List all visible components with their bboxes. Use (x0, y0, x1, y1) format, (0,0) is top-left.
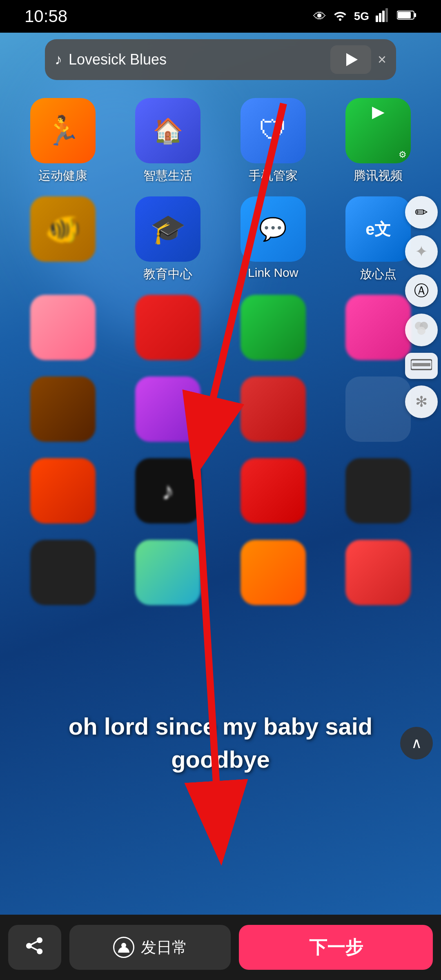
app-icon-redblur (345, 540, 411, 605)
app-icon-red (135, 295, 200, 360)
app-icon-red2 (241, 376, 306, 442)
app-item-person[interactable] (12, 540, 114, 609)
app-item-linknow[interactable]: 💬 Link Now (223, 196, 324, 283)
app-item-tencent[interactable]: ▶ ⚙ 腾讯视频 (328, 98, 429, 184)
music-play-button[interactable] (330, 45, 371, 74)
app-icon-orange (30, 458, 96, 523)
music-title: Lovesick Blues (69, 51, 330, 68)
app-item-redblur[interactable] (328, 540, 429, 609)
annotate-icon: Ⓐ (414, 281, 429, 301)
sun-icon: ✻ (415, 393, 428, 410)
lyrics-line2: goodbye (24, 743, 416, 776)
svg-rect-3 (385, 8, 388, 22)
app-icon-photo (135, 376, 200, 442)
app-item-manager[interactable]: 🛡 手机管家 (223, 98, 324, 184)
daily-avatar-icon (113, 937, 134, 958)
app-icon-smart: 🏠 (135, 98, 200, 163)
bottom-bar: 发日常 下一步 (0, 915, 441, 980)
app-icon-tiktok: ♪ (135, 458, 200, 523)
wifi-icon (333, 8, 347, 25)
app-item-smart[interactable]: 🏠 智慧生活 (118, 98, 219, 184)
right-toolbar: ✏ ✦ Ⓐ (405, 196, 438, 418)
share-button[interactable] (8, 925, 61, 970)
app-icon-tencent: ▶ ⚙ (345, 98, 411, 163)
next-label: 下一步 (309, 935, 363, 960)
home-background: ♪ Lovesick Blues × 🏃 运动健康 🏠 智慧生活 🛡 手机管家 … (0, 33, 441, 915)
app-label-trans: 放心点 (360, 266, 396, 283)
app-label-linknow: Link Now (248, 266, 298, 280)
svg-point-9 (417, 327, 425, 335)
daily-label: 发日常 (141, 937, 187, 958)
app-item-edu[interactable]: 🎓 教育中心 (118, 196, 219, 283)
write-icon: ✏ (415, 203, 428, 221)
app-item-tiktok2[interactable] (328, 458, 429, 528)
write-toolbar-button[interactable]: ✏ (405, 196, 438, 229)
app-item-sport[interactable]: 🏃 运动健康 (12, 98, 114, 184)
app-icon-game2 (30, 376, 96, 442)
app-grid: 🏃 运动健康 🏠 智慧生活 🛡 手机管家 ▶ ⚙ 腾讯视频 🐠 🎓 教育中心 (0, 90, 441, 617)
app-icon-manager: 🛡 (241, 98, 306, 163)
app-icon-tiktok2 (345, 458, 411, 523)
app-item-photo[interactable] (118, 376, 219, 446)
app-icon-blank1 (30, 295, 96, 360)
app-label-edu: 教育中心 (143, 266, 192, 283)
sparkle-icon: ✦ (415, 243, 428, 261)
card-toolbar-button[interactable] (405, 353, 438, 379)
eye-icon: 👁 (313, 9, 326, 24)
status-bar: 10:58 👁 5G (0, 0, 441, 33)
play-triangle-icon (346, 53, 358, 66)
svg-rect-2 (382, 11, 385, 22)
music-banner[interactable]: ♪ Lovesick Blues × (45, 39, 396, 80)
share-icon (24, 935, 45, 960)
app-icon-red3 (241, 458, 306, 523)
svg-rect-6 (414, 13, 416, 17)
lyrics-overlay: oh lord since my baby said goodbye (0, 710, 441, 776)
daily-button[interactable]: 发日常 (69, 925, 231, 970)
app-icon-blank2 (345, 376, 411, 442)
music-note-icon: ♪ (55, 51, 62, 68)
app-item-game2[interactable] (12, 376, 114, 446)
app-item-colorful[interactable] (118, 540, 219, 609)
status-icons: 👁 5G (313, 7, 416, 25)
app-item-red[interactable] (118, 295, 219, 364)
colors-toolbar-button[interactable] (405, 314, 438, 346)
card-icon (411, 356, 432, 376)
app-icon-orange2 (241, 540, 306, 605)
annotate-toolbar-button[interactable]: Ⓐ (405, 274, 438, 307)
colors-icon (412, 319, 430, 341)
app-icon-pink (345, 295, 411, 360)
svg-rect-1 (379, 13, 381, 22)
app-item-blank1[interactable] (12, 295, 114, 364)
expand-button[interactable]: ∧ (400, 727, 433, 760)
app-label-manager: 手机管家 (249, 167, 298, 184)
svg-rect-11 (412, 363, 430, 366)
app-item-red2[interactable] (223, 376, 324, 446)
app-item-fish[interactable]: 🐠 (12, 196, 114, 283)
app-label-smart: 智慧生活 (143, 167, 192, 184)
svg-rect-0 (376, 16, 378, 22)
status-time: 10:58 (24, 7, 67, 26)
5g-icon: 5G (354, 10, 369, 23)
app-icon-person (30, 540, 96, 605)
app-icon-colorful (135, 540, 200, 605)
app-icon-edu: 🎓 (135, 196, 200, 262)
signal-icon (376, 7, 390, 25)
next-button[interactable]: 下一步 (239, 925, 433, 970)
chevron-up-icon: ∧ (411, 735, 422, 752)
app-icon-green (241, 295, 306, 360)
svg-rect-5 (398, 12, 411, 18)
app-icon-fish: 🐠 (30, 196, 96, 262)
sparkle-toolbar-button[interactable]: ✦ (405, 235, 438, 268)
app-item-red3[interactable] (223, 458, 324, 528)
app-item-green[interactable] (223, 295, 324, 364)
app-label-tencent: 腾讯视频 (354, 167, 403, 184)
app-icon-sport: 🏃 (30, 98, 96, 163)
music-close-button[interactable]: × (378, 51, 386, 68)
app-item-orange[interactable] (12, 458, 114, 528)
app-item-tiktok[interactable]: ♪ (118, 458, 219, 528)
battery-icon (397, 9, 416, 24)
lyrics-line1: oh lord since my baby said (24, 710, 416, 743)
app-item-orange2[interactable] (223, 540, 324, 609)
sun-toolbar-button[interactable]: ✻ (405, 385, 438, 418)
app-icon-linknow: 💬 (241, 196, 306, 262)
